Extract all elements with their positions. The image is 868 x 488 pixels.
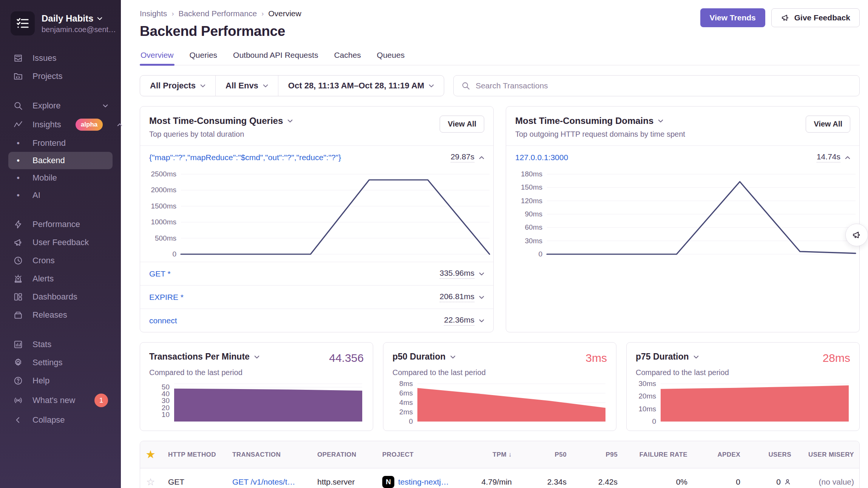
col-p95[interactable]: P95 bbox=[573, 441, 624, 468]
sidebar-item-explore[interactable]: Explore bbox=[8, 97, 113, 115]
sidebar-item-crons[interactable]: Crons bbox=[8, 252, 113, 270]
transactions-per-minute-card: Transactions Per Minute 44.356 Compared … bbox=[140, 342, 373, 431]
sidebar-item-frontend[interactable]: • Frontend bbox=[8, 134, 113, 152]
lightning-icon bbox=[13, 219, 23, 230]
p50-chart: 8ms6ms4ms2ms0 bbox=[392, 377, 607, 425]
sidebar-item-collapse[interactable]: Collapse bbox=[8, 411, 113, 429]
chevron-up-icon[interactable] bbox=[845, 156, 850, 159]
table-header-row: ★ HTTP METHOD TRANSACTION OPERATION PROJ… bbox=[140, 441, 860, 468]
col-http-method[interactable]: HTTP METHOD bbox=[162, 441, 226, 468]
tab-overview[interactable]: Overview bbox=[140, 51, 175, 65]
megaphone-icon bbox=[852, 230, 862, 240]
sidebar-item-alerts[interactable]: Alerts bbox=[8, 270, 113, 288]
sidebar-item-projects[interactable]: Projects bbox=[8, 67, 113, 85]
p75-value: 28ms bbox=[823, 352, 850, 364]
chevron-down-icon[interactable] bbox=[479, 319, 484, 323]
tpm-chart: 5040302010 bbox=[149, 377, 364, 425]
breadcrumb-insights[interactable]: Insights bbox=[140, 9, 167, 18]
org-switcher[interactable]: Daily Habits benjamin.coe@sent… bbox=[8, 10, 113, 39]
chevron-down-icon[interactable] bbox=[479, 272, 484, 276]
project-link[interactable]: testing-nextj… bbox=[398, 477, 449, 486]
bullet-icon: • bbox=[13, 156, 23, 165]
tpm-subtitle: Compared to the last period bbox=[149, 368, 364, 377]
bar-chart-icon bbox=[13, 339, 23, 350]
view-trends-button[interactable]: View Trends bbox=[700, 8, 765, 27]
query-link[interactable]: EXPIRE * bbox=[149, 293, 184, 302]
p50-subtitle: Compared to the last period bbox=[392, 368, 607, 377]
search-transactions-input[interactable] bbox=[476, 81, 852, 90]
broadcast-icon bbox=[13, 395, 23, 406]
sidebar-item-dashboards[interactable]: Dashboards bbox=[8, 288, 113, 306]
query-row: connect 22.36ms bbox=[140, 309, 493, 332]
col-operation[interactable]: OPERATION bbox=[311, 441, 376, 468]
sidebar-item-help[interactable]: Help bbox=[8, 372, 113, 390]
domains-view-all-button[interactable]: View All bbox=[806, 116, 850, 133]
col-users[interactable]: USERS bbox=[746, 441, 797, 468]
floating-feedback-button[interactable] bbox=[845, 224, 868, 246]
y-axis-labels: 8ms6ms4ms2ms0 bbox=[392, 384, 417, 422]
chevron-up-icon[interactable] bbox=[479, 156, 484, 159]
sidebar-item-performance[interactable]: Performance bbox=[8, 215, 113, 233]
tpm-value: 44.356 bbox=[329, 352, 364, 364]
domain-link[interactable]: 127.0.0.1:3000 bbox=[515, 153, 568, 162]
col-failure-rate[interactable]: FAILURE RATE bbox=[624, 441, 693, 468]
tab-caches[interactable]: Caches bbox=[333, 51, 361, 65]
environment-filter[interactable]: All Envs bbox=[215, 76, 278, 96]
col-user-misery[interactable]: USER MISERY bbox=[797, 441, 860, 468]
sidebar-item-stats[interactable]: Stats bbox=[8, 335, 113, 354]
sidebar-item-user-feedback[interactable]: User Feedback bbox=[8, 233, 113, 252]
bullet-icon: • bbox=[13, 138, 23, 148]
tab-queues[interactable]: Queues bbox=[376, 51, 406, 65]
queries-view-all-button[interactable]: View All bbox=[440, 116, 484, 133]
area-chart-plot bbox=[417, 384, 605, 422]
tab-bar: Overview Queries Outbound API Requests C… bbox=[140, 51, 860, 65]
chevron-down-icon bbox=[254, 355, 259, 359]
chevron-down-icon bbox=[693, 355, 699, 359]
tab-outbound-api-requests[interactable]: Outbound API Requests bbox=[232, 51, 319, 65]
tpm-card-title[interactable]: Transactions Per Minute bbox=[149, 352, 259, 362]
sidebar-item-whats-new[interactable]: What's new 1 bbox=[8, 390, 113, 411]
queries-panel-title[interactable]: Most Time-Consuming Queries bbox=[149, 116, 293, 126]
p75-card-title[interactable]: p75 Duration bbox=[636, 352, 699, 362]
chevron-down-icon bbox=[429, 84, 434, 88]
col-apdex[interactable]: APDEX bbox=[693, 441, 746, 468]
domains-panel-title[interactable]: Most Time-Consuming Domains bbox=[515, 116, 685, 126]
most-time-consuming-domains-panel: Most Time-Consuming Domains Top outgoing… bbox=[506, 106, 860, 332]
cell-p50: 2.34s bbox=[518, 468, 573, 488]
cell-users: 0 bbox=[746, 468, 797, 488]
star-icon[interactable]: ★ bbox=[146, 449, 155, 460]
col-p50[interactable]: P50 bbox=[518, 441, 573, 468]
chevron-down-icon[interactable] bbox=[479, 295, 484, 299]
query-link[interactable]: connect bbox=[149, 316, 177, 325]
p50-card-title[interactable]: p50 Duration bbox=[392, 352, 456, 362]
star-outline-icon[interactable]: ☆ bbox=[146, 476, 155, 488]
sidebar-item-issues[interactable]: Issues bbox=[8, 49, 113, 67]
project-filter[interactable]: All Projects bbox=[140, 76, 215, 96]
date-range-filter[interactable]: Oct 28, 11:13 AM–Oct 28, 11:19 AM bbox=[278, 76, 444, 96]
breadcrumb-backend-performance[interactable]: Backend Performance bbox=[178, 9, 257, 18]
query-link[interactable]: {"map":"?","mapReduce":"$cmd","out":"?",… bbox=[149, 153, 341, 162]
p50-value: 3ms bbox=[585, 352, 607, 364]
tab-queries[interactable]: Queries bbox=[189, 51, 218, 65]
give-feedback-button[interactable]: Give Feedback bbox=[771, 8, 860, 27]
search-transactions-box[interactable] bbox=[453, 75, 860, 96]
sidebar-item-settings[interactable]: Settings bbox=[8, 354, 113, 372]
sidebar-item-insights[interactable]: Insights alpha bbox=[8, 115, 113, 134]
sidebar-item-ai[interactable]: • AI bbox=[8, 187, 113, 204]
sidebar: Daily Habits benjamin.coe@sent… Issues P… bbox=[0, 0, 121, 488]
sidebar-item-backend[interactable]: • Backend bbox=[8, 152, 113, 169]
y-axis-labels: 30ms20ms10ms0 bbox=[636, 384, 661, 422]
col-project[interactable]: PROJECT bbox=[376, 441, 461, 468]
chevron-down-icon bbox=[200, 84, 205, 88]
pulse-icon bbox=[13, 119, 23, 130]
query-row-expanded: {"map":"?","mapReduce":"$cmd","out":"?",… bbox=[140, 146, 493, 169]
col-transaction[interactable]: TRANSACTION bbox=[226, 441, 311, 468]
breadcrumb-overview: Overview bbox=[268, 9, 301, 18]
p75-subtitle: Compared to the last period bbox=[636, 368, 850, 377]
query-link[interactable]: GET * bbox=[149, 269, 171, 278]
chevron-down-icon bbox=[450, 355, 456, 359]
sidebar-item-mobile[interactable]: • Mobile bbox=[8, 169, 113, 187]
sidebar-item-releases[interactable]: Releases bbox=[8, 306, 113, 324]
col-tpm[interactable]: TPM ↓ bbox=[461, 441, 518, 468]
transaction-link[interactable]: GET /v1/notes/t… bbox=[232, 477, 295, 486]
